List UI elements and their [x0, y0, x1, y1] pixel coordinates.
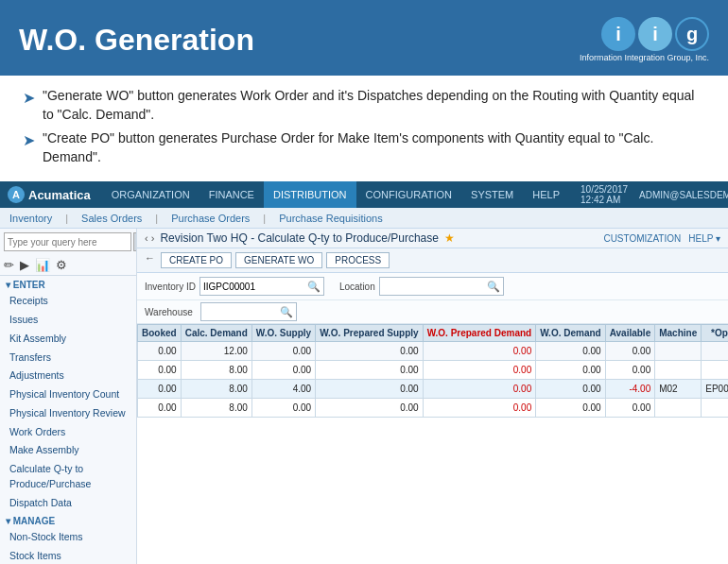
location-search-icon[interactable]: 🔍	[484, 281, 503, 293]
bullet-text-1: "Generate WO" button generates Work Orde…	[43, 87, 705, 124]
cell-available: 0.00	[605, 342, 655, 361]
nav-distribution[interactable]: DISTRIBUTION	[264, 181, 356, 208]
col-booked: Booked	[138, 325, 182, 342]
table-header-row: Booked Calc. Demand W.O. Supply W.O. Pre…	[138, 325, 729, 342]
favorite-star[interactable]: ★	[444, 231, 455, 245]
sidebar-item-non-stock[interactable]: Non-Stock Items	[0, 528, 136, 547]
main-content: Search ✏ ▶ 📊 ⚙ ▾ ENTER Receipts Issues K…	[0, 229, 728, 564]
generate-wo-button[interactable]: GENERATE WO	[235, 252, 322, 268]
nav-arrows[interactable]: ‹ ›	[145, 232, 154, 244]
second-nav-purchaseorders[interactable]: Purchase Orders	[167, 213, 253, 224]
cell-operator: EP00000004	[702, 380, 728, 399]
logo-tagline: Information Integration Group, Inc.	[580, 53, 709, 62]
form-row: Inventory ID 🔍 Location 🔍	[137, 273, 728, 300]
bullet-text-2: "Create PO" button generates Purchase Or…	[43, 129, 705, 166]
gear-icon[interactable]: ⚙	[56, 258, 67, 272]
nav-finance[interactable]: FINANCE	[199, 181, 264, 208]
play-icon[interactable]: ▶	[20, 258, 29, 272]
warehouse-row: Warehouse 🔍	[137, 300, 728, 324]
sidebar-item-dispatch-data[interactable]: Dispatch Data	[0, 494, 136, 513]
sidebar-section-manage: ▾ MANAGE	[0, 512, 136, 528]
sidebar-item-stock-items[interactable]: Stock Items	[0, 547, 136, 564]
warehouse-search-icon[interactable]: 🔍	[277, 306, 296, 318]
cell-wo-supply: 0.00	[251, 361, 315, 380]
sidebar-item-work-orders[interactable]: Work Orders	[0, 423, 136, 442]
table-row: 0.00 12.00 0.00 0.00 0.00 0.00 0.00 0.00…	[138, 342, 729, 361]
content-right-links: CUSTOMIZATION HELP ▾	[603, 233, 720, 244]
location-input[interactable]	[380, 278, 484, 295]
cell-available: 0.00	[605, 399, 655, 418]
location-label: Location	[339, 282, 375, 292]
back-arrow-icon[interactable]: ←	[145, 252, 155, 268]
cell-wo-prep-demand: 0.00	[423, 361, 536, 380]
sidebar-section-enter: ▾ ENTER	[0, 276, 136, 292]
table-row: 0.00 8.00 4.00 0.00 0.00 0.00 -4.00 M02 …	[138, 380, 729, 399]
second-nav-salesorders[interactable]: Sales Orders	[78, 213, 146, 224]
nav-system[interactable]: SYSTEM	[461, 181, 523, 208]
logo-g-icon: g	[675, 17, 709, 51]
warehouse-input[interactable]	[201, 303, 277, 320]
action-buttons-row: ← CREATE PO GENERATE WO PROCESS	[137, 248, 728, 273]
warehouse-field: Warehouse 🔍	[145, 302, 297, 321]
nav-configuration[interactable]: CONFIGURATION	[356, 181, 461, 208]
create-po-button[interactable]: CREATE PO	[161, 252, 232, 268]
inventory-id-input-wrap: 🔍	[199, 277, 324, 296]
chart-icon[interactable]: 📊	[35, 258, 50, 272]
page-title: W.O. Generation	[19, 23, 254, 58]
sidebar-item-calc-qty[interactable]: Calculate Q-ty to Produce/Purchase	[0, 460, 136, 494]
cell-wo-prep-supply: 0.00	[316, 342, 423, 361]
inventory-id-label: Inventory ID	[145, 282, 196, 292]
content-title-row: ‹ › Revision Two HQ - Calculate Q-ty to …	[145, 231, 455, 245]
cell-calc-demand: 8.00	[181, 361, 251, 380]
logo-container: i i g Information Integration Group, Inc…	[580, 17, 709, 62]
location-input-wrap: 🔍	[379, 277, 504, 296]
logo-i-icon: i	[601, 17, 635, 51]
cell-operator	[702, 342, 728, 361]
sidebar-item-issues[interactable]: Issues	[0, 311, 136, 330]
data-table: Booked Calc. Demand W.O. Supply W.O. Pre…	[137, 324, 728, 418]
col-wo-prepared-demand: W.O. Prepared Demand	[423, 325, 536, 342]
col-wo-prepared-supply: W.O. Prepared Supply	[316, 325, 423, 342]
cell-operator	[702, 399, 728, 418]
content-header: ‹ › Revision Two HQ - Calculate Q-ty to …	[137, 229, 728, 248]
inventory-id-search-icon[interactable]: 🔍	[304, 281, 323, 293]
col-available: Available	[605, 325, 655, 342]
cell-wo-prep-demand: 0.00	[423, 399, 536, 418]
cell-calc-demand: 8.00	[181, 380, 251, 399]
bullets-section: ➤ "Generate WO" button generates Work Or…	[0, 76, 728, 181]
col-machine: Machine	[655, 325, 702, 342]
search-input[interactable]	[4, 232, 131, 251]
pencil-icon[interactable]: ✏	[4, 258, 14, 272]
inventory-id-input[interactable]	[200, 278, 304, 295]
cell-booked: 0.00	[138, 342, 182, 361]
sidebar-item-make-assembly[interactable]: Make Assembly	[0, 441, 136, 460]
second-nav-purchasereq[interactable]: Purchase Requisitions	[275, 213, 386, 224]
sidebar-item-kit-assembly[interactable]: Kit Assembly	[0, 330, 136, 349]
sidebar: Search ✏ ▶ 📊 ⚙ ▾ ENTER Receipts Issues K…	[0, 229, 137, 564]
nav-help[interactable]: HELP	[523, 181, 569, 208]
cell-booked: 0.00	[138, 399, 182, 418]
sidebar-item-receipts[interactable]: Receipts	[0, 292, 136, 311]
process-button[interactable]: PROCESS	[326, 252, 390, 268]
main-nav: ORGANIZATION FINANCE DISTRIBUTION CONFIG…	[102, 181, 569, 208]
sidebar-item-physical-review[interactable]: Physical Inventory Review	[0, 404, 136, 423]
cell-machine	[655, 361, 702, 380]
acumatica-logo-text: Acumatica	[28, 188, 91, 202]
cell-wo-supply: 0.00	[251, 342, 315, 361]
sidebar-item-physical-count[interactable]: Physical Inventory Count	[0, 385, 136, 404]
customization-link[interactable]: CUSTOMIZATION	[603, 233, 681, 244]
help-link[interactable]: HELP ▾	[688, 233, 720, 244]
second-nav-inventory[interactable]: Inventory	[6, 213, 56, 224]
acumatica-right: 10/25/2017 12:42 AM ADMIN@SALESDEMO	[581, 184, 728, 205]
warehouse-input-wrap: 🔍	[200, 302, 297, 321]
location-field: Location 🔍	[339, 277, 504, 296]
header-bar: W.O. Generation i i g Information Integr…	[0, 0, 728, 76]
inventory-id-field: Inventory ID 🔍	[145, 277, 324, 296]
sidebar-item-transfers[interactable]: Transfers	[0, 349, 136, 367]
second-navbar: Inventory | Sales Orders | Purchase Orde…	[0, 208, 728, 229]
cell-wo-demand: 0.00	[536, 361, 605, 380]
user-display: ADMIN@SALESDEMO	[639, 190, 728, 200]
sidebar-item-adjustments[interactable]: Adjustments	[0, 367, 136, 385]
cell-wo-prep-supply: 0.00	[316, 399, 423, 418]
nav-organization[interactable]: ORGANIZATION	[102, 181, 199, 208]
